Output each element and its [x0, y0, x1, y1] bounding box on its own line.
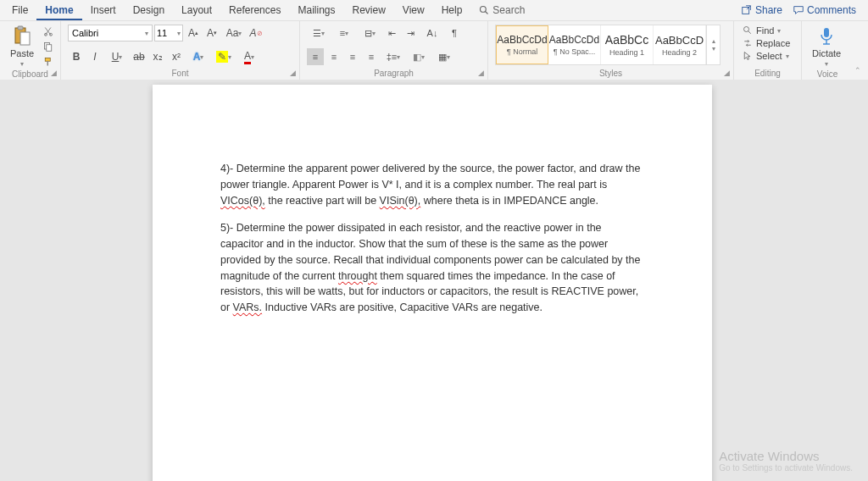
- align-right-button[interactable]: ≡: [344, 48, 361, 65]
- font-size-select[interactable]: 11▾: [154, 25, 183, 41]
- style-name: ¶ No Spac...: [554, 47, 595, 56]
- svg-point-0: [481, 7, 487, 13]
- text-run: Inductive VARs are positive, Capacitive …: [262, 301, 542, 313]
- search-icon: [743, 25, 753, 36]
- clipboard-launcher[interactable]: ◢: [48, 68, 58, 78]
- search-label: Search: [492, 0, 525, 20]
- document-workspace[interactable]: 4)- Determine the apparent power deliver…: [0, 80, 868, 481]
- dictate-button[interactable]: Dictate ▾: [809, 25, 844, 69]
- underline-button[interactable]: U▾: [105, 48, 129, 65]
- italic-button[interactable]: I: [86, 48, 103, 65]
- paragraph-group-label: Paragraph: [307, 69, 481, 80]
- style-heading2[interactable]: AaBbCcD Heading 2: [654, 25, 706, 64]
- share-icon: [741, 4, 753, 16]
- text-run: 4)- Determine the apparent power deliver…: [220, 163, 640, 191]
- document-page[interactable]: 4)- Determine the apparent power deliver…: [153, 85, 712, 481]
- paragraph-4[interactable]: 4)- Determine the apparent power deliver…: [220, 161, 644, 208]
- align-left-button[interactable]: ≡: [307, 48, 324, 65]
- paragraph-5[interactable]: 5)- Determine the power dissipated in ea…: [220, 220, 644, 316]
- font-name-select[interactable]: Calibri▾: [68, 25, 153, 41]
- tab-references[interactable]: References: [220, 0, 289, 20]
- format-painter-button[interactable]: [41, 55, 56, 69]
- text-effects-button[interactable]: A▾: [186, 48, 210, 65]
- paste-button[interactable]: Paste ▾: [7, 25, 37, 69]
- svg-rect-14: [824, 28, 829, 37]
- svg-point-12: [744, 27, 749, 32]
- font-size-value: 11: [157, 28, 167, 38]
- font-launcher[interactable]: ◢: [287, 68, 298, 78]
- highlight-button[interactable]: ✎▾: [212, 48, 236, 65]
- change-case-button[interactable]: Aa▾: [222, 25, 246, 41]
- svg-rect-11: [47, 61, 49, 65]
- style-name: Heading 2: [662, 48, 697, 57]
- replace-label: Replace: [756, 38, 790, 48]
- decrease-indent-button[interactable]: ⇤: [383, 25, 400, 41]
- bold-button[interactable]: B: [68, 48, 85, 65]
- font-color-button[interactable]: A▾: [237, 48, 261, 65]
- comments-label: Comments: [807, 4, 856, 16]
- show-marks-button[interactable]: ¶: [446, 25, 463, 41]
- ribbon-collapse-button[interactable]: ⌃: [853, 65, 863, 75]
- paste-icon: [12, 26, 32, 47]
- share-label: Share: [755, 4, 782, 16]
- clear-formatting-button[interactable]: A⊘: [248, 25, 264, 41]
- tab-design[interactable]: Design: [125, 0, 173, 20]
- tab-home[interactable]: Home: [36, 0, 81, 20]
- cut-icon: [43, 26, 53, 36]
- document-body[interactable]: 4)- Determine the apparent power deliver…: [220, 161, 644, 316]
- search-button[interactable]: Search: [470, 0, 533, 20]
- tab-review[interactable]: Review: [343, 0, 393, 20]
- paragraph-launcher[interactable]: ◢: [476, 68, 486, 78]
- align-center-button[interactable]: ≡: [326, 48, 342, 65]
- chevron-down-icon: ▾: [825, 60, 828, 68]
- find-button[interactable]: Find▾: [741, 25, 792, 36]
- tab-view[interactable]: View: [394, 0, 433, 20]
- shrink-font-button[interactable]: A▾: [203, 25, 220, 41]
- microphone-icon: [816, 26, 837, 47]
- tab-insert[interactable]: Insert: [82, 0, 125, 20]
- increase-indent-button[interactable]: ⇥: [402, 25, 419, 41]
- svg-line-1: [486, 12, 488, 14]
- borders-button[interactable]: ▦▾: [432, 48, 456, 65]
- subscript-button[interactable]: x₂: [149, 48, 166, 65]
- numbering-button[interactable]: ≡▾: [332, 25, 356, 41]
- superscript-button[interactable]: x²: [168, 48, 185, 65]
- sort-button[interactable]: A↓: [420, 25, 444, 41]
- tab-file[interactable]: File: [3, 0, 36, 20]
- styles-group-label: Styles: [495, 69, 726, 80]
- style-no-spacing[interactable]: AaBbCcDd ¶ No Spac...: [548, 25, 601, 64]
- cut-button[interactable]: [41, 25, 56, 38]
- comment-icon: [793, 4, 804, 16]
- styles-gallery[interactable]: AaBbCcDd ¶ Normal AaBbCcDd ¶ No Spac... …: [495, 25, 721, 65]
- dictate-label: Dictate: [812, 48, 841, 58]
- line-spacing-button[interactable]: ‡≡▾: [381, 48, 405, 65]
- watermark-subtitle: Go to Settings to activate Windows.: [719, 463, 853, 473]
- tab-help[interactable]: Help: [433, 0, 471, 20]
- share-button[interactable]: Share: [741, 4, 782, 16]
- tab-mailings[interactable]: Mailings: [289, 0, 343, 20]
- grow-font-button[interactable]: A▴: [185, 25, 202, 41]
- style-name: ¶ Normal: [507, 47, 537, 56]
- style-heading1[interactable]: AaBbCc Heading 1: [601, 25, 654, 64]
- shading-button[interactable]: ◧▾: [407, 48, 431, 65]
- strikethrough-button[interactable]: ab: [131, 48, 147, 65]
- comments-button[interactable]: Comments: [793, 4, 856, 16]
- multilevel-list-button[interactable]: ⊟▾: [358, 25, 381, 41]
- copy-icon: [43, 41, 53, 52]
- spell-error[interactable]: throught: [338, 270, 377, 282]
- style-name: Heading 1: [609, 48, 644, 57]
- bullets-button[interactable]: ☰▾: [307, 25, 331, 41]
- svg-rect-10: [45, 58, 50, 62]
- copy-button[interactable]: [41, 40, 56, 53]
- select-button[interactable]: Select▾: [741, 50, 792, 62]
- styles-more-button[interactable]: ▴▾: [706, 25, 720, 64]
- spell-error[interactable]: VICos(θ),: [220, 195, 265, 207]
- spell-error[interactable]: VARs.: [233, 301, 263, 313]
- justify-button[interactable]: ≡: [363, 48, 380, 65]
- styles-launcher[interactable]: ◢: [721, 68, 732, 78]
- style-normal[interactable]: AaBbCcDd ¶ Normal: [496, 25, 548, 64]
- svg-rect-4: [18, 26, 23, 30]
- replace-button[interactable]: Replace: [741, 37, 792, 49]
- tab-layout[interactable]: Layout: [173, 0, 220, 20]
- spell-error[interactable]: VISin(θ),: [380, 195, 421, 207]
